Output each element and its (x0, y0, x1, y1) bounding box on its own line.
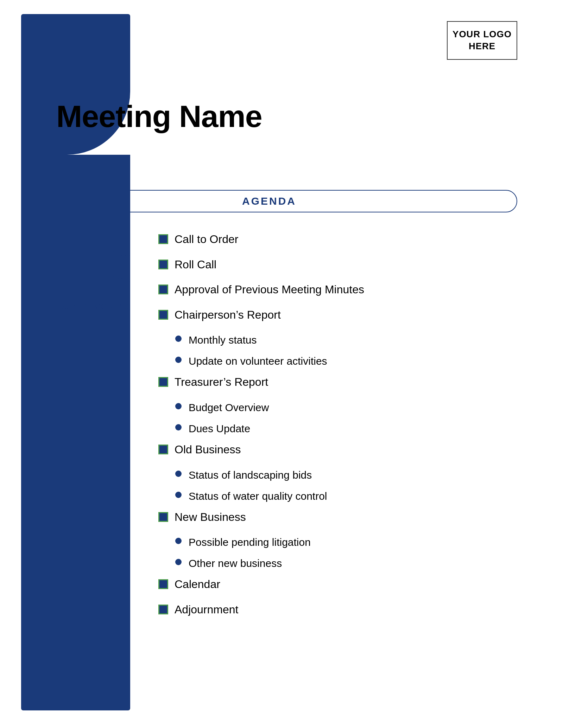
meeting-name: Meeting Name (56, 98, 262, 134)
agenda-item-icon-old-business (158, 445, 168, 454)
sub-item-text-treasurer-report-0: Budget Overview (189, 400, 269, 415)
agenda-item-text-new-business: New Business (175, 510, 246, 525)
agenda-item-adjournment: Adjournment (158, 602, 517, 617)
sub-item-text-old-business-1: Status of water quality control (189, 489, 327, 504)
agenda-item-text-call-to-order: Call to Order (175, 232, 238, 247)
sub-item-treasurer-report-0: Budget Overview (175, 400, 517, 415)
agenda-item-text-treasurer-report: Treasurer’s Report (175, 375, 268, 390)
logo-line1: YOUR LOGO (453, 29, 512, 39)
sub-items-chairperson-report: Monthly statusUpdate on volunteer activi… (175, 333, 517, 369)
agenda-item-treasurer-report: Treasurer’s Report (158, 375, 517, 390)
sub-bullet-new-business-1 (175, 559, 182, 565)
sub-item-chairperson-report-1: Update on volunteer activities (175, 354, 517, 369)
sub-item-text-treasurer-report-1: Dues Update (189, 421, 250, 436)
sub-item-text-new-business-0: Possible pending litigation (189, 535, 311, 550)
agenda-item-text-old-business: Old Business (175, 442, 241, 457)
agenda-item-call-to-order: Call to Order (158, 232, 517, 247)
sub-bullet-old-business-1 (175, 492, 182, 498)
agenda-bar: AGENDA (21, 190, 517, 212)
sub-item-text-new-business-1: Other new business (189, 556, 282, 571)
sub-item-old-business-1: Status of water quality control (175, 489, 517, 504)
agenda-item-text-calendar: Calendar (175, 577, 220, 592)
sub-item-treasurer-report-1: Dues Update (175, 421, 517, 436)
agenda-item-chairperson-report: Chairperson’s Report (158, 308, 517, 323)
sub-item-new-business-1: Other new business (175, 556, 517, 571)
agenda-item-calendar: Calendar (158, 577, 517, 592)
logo-text: YOUR LOGO HERE (453, 28, 512, 52)
sub-bullet-treasurer-report-0 (175, 403, 182, 409)
info-labels: Date Time Place of Meeting (28, 246, 130, 326)
agenda-item-icon-call-to-order (158, 234, 168, 244)
sub-bullet-treasurer-report-1 (175, 424, 182, 430)
sub-items-treasurer-report: Budget OverviewDues Update (175, 400, 517, 436)
agenda-item-icon-adjournment (158, 605, 168, 614)
agenda-item-icon-treasurer-report (158, 377, 168, 387)
sub-bullet-old-business-0 (175, 471, 182, 477)
time-label: Time (28, 273, 130, 286)
agenda-item-icon-roll-call (158, 260, 168, 269)
sub-item-text-chairperson-report-0: Monthly status (189, 333, 257, 347)
agenda-label: AGENDA (242, 195, 296, 207)
agenda-item-icon-chairperson-report (158, 310, 168, 320)
agenda-item-old-business: Old Business (158, 442, 517, 457)
agenda-content: Call to OrderRoll CallApproval of Previo… (158, 232, 517, 627)
date-label: Date (28, 246, 130, 260)
logo-box: YOUR LOGO HERE (447, 21, 517, 60)
sub-items-new-business: Possible pending litigationOther new bus… (175, 535, 517, 571)
logo-line2: HERE (469, 41, 495, 51)
sub-bullet-chairperson-report-0 (175, 336, 182, 342)
sub-item-new-business-0: Possible pending litigation (175, 535, 517, 550)
agenda-item-text-roll-call: Roll Call (175, 257, 216, 272)
sub-bullet-new-business-0 (175, 538, 182, 544)
agenda-item-approval: Approval of Previous Meeting Minutes (158, 282, 517, 297)
agenda-item-text-adjournment: Adjournment (175, 602, 238, 617)
agenda-item-roll-call: Roll Call (158, 257, 517, 272)
agenda-item-new-business: New Business (158, 510, 517, 525)
agenda-item-text-chairperson-report: Chairperson’s Report (175, 308, 281, 323)
agenda-item-icon-approval (158, 285, 168, 294)
sub-items-old-business: Status of landscaping bidsStatus of wate… (175, 468, 517, 504)
sub-item-text-chairperson-report-1: Update on volunteer activities (189, 354, 327, 369)
agenda-item-icon-new-business (158, 512, 168, 522)
agenda-item-icon-calendar (158, 579, 168, 589)
agenda-item-text-approval: Approval of Previous Meeting Minutes (175, 282, 364, 297)
sub-item-text-old-business-0: Status of landscaping bids (189, 468, 312, 483)
sub-bullet-chairperson-report-1 (175, 357, 182, 363)
sub-item-old-business-0: Status of landscaping bids (175, 468, 517, 483)
sub-item-chairperson-report-0: Monthly status (175, 333, 517, 347)
place-label: Place of Meeting (28, 299, 130, 313)
